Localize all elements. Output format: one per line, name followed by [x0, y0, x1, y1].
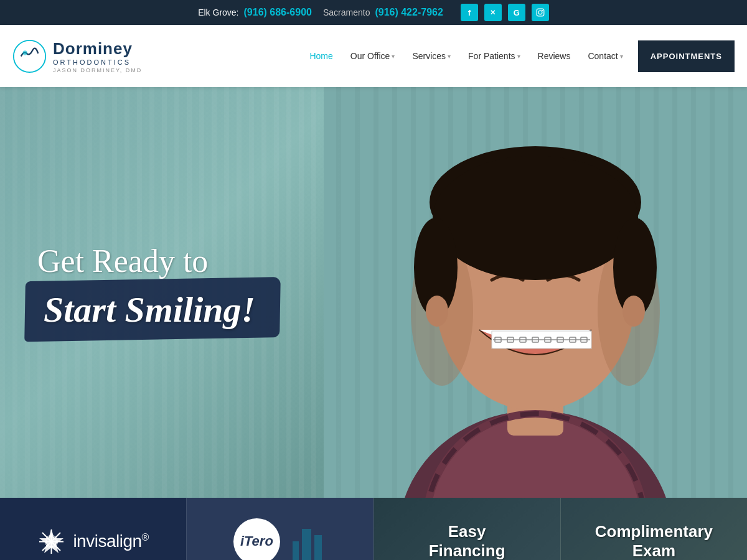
svg-point-46 — [433, 156, 638, 280]
bottom-cards: invisalign® iTero EasyFinancing Complime… — [0, 498, 747, 560]
nav-reviews[interactable]: Reviews — [530, 46, 578, 66]
logo-text: Dorminey ORTHODONTICS JASON DORMINEY, DM… — [53, 39, 142, 73]
invisalign-star-icon — [37, 528, 65, 556]
svg-rect-62 — [314, 535, 322, 560]
svg-rect-61 — [302, 529, 311, 560]
appointments-button[interactable]: APPOINTMENTS — [638, 40, 735, 72]
svg-point-50 — [622, 296, 645, 327]
itero-content: iTero — [233, 516, 327, 560]
svg-rect-27 — [728, 87, 733, 498]
svg-rect-60 — [293, 541, 299, 560]
logo-icon — [12, 39, 47, 73]
svg-point-2 — [542, 10, 543, 11]
twitter-icon[interactable]: ✕ — [484, 4, 502, 21]
svg-point-49 — [426, 296, 448, 327]
elkgrove-label: Elk Grove: — [198, 7, 238, 17]
sacramento-label: Sacramento — [323, 7, 370, 17]
svg-point-1 — [538, 11, 542, 14]
invisalign-card[interactable]: invisalign® — [0, 498, 186, 560]
svg-rect-8 — [374, 87, 378, 498]
svg-point-4 — [23, 50, 27, 55]
facebook-icon[interactable]: f — [461, 4, 478, 21]
social-icons: f ✕ G — [461, 4, 549, 21]
nav-services[interactable]: Services ▾ — [405, 46, 458, 66]
svg-rect-26 — [710, 87, 715, 498]
svg-rect-24 — [672, 87, 677, 498]
main-nav: Home Our Office ▾ Services ▾ For Patient… — [302, 40, 735, 72]
city-silhouette — [289, 516, 327, 560]
nav-home[interactable]: Home — [302, 46, 340, 66]
elkgrove-phone[interactable]: (916) 686-6900 — [244, 7, 312, 18]
chevron-down-icon: ▾ — [448, 53, 451, 60]
hero-person-image — [324, 87, 747, 498]
chevron-down-icon: ▾ — [392, 53, 395, 60]
hero-line2-container: Start Smiling! — [37, 286, 261, 334]
logo-name: JASON DORMINEY, DMD — [53, 67, 142, 73]
itero-logo: iTero — [233, 518, 280, 561]
hero-line2: Start Smiling! — [37, 286, 261, 334]
google-icon[interactable]: G — [508, 4, 525, 21]
instagram-icon[interactable] — [532, 4, 549, 21]
svg-rect-25 — [691, 87, 696, 498]
exam-card[interactable]: ComplimentaryExam — [560, 498, 747, 560]
svg-rect-9 — [392, 87, 397, 498]
invisalign-logo: invisalign® — [37, 528, 148, 556]
nav-contact[interactable]: Contact ▾ — [580, 46, 630, 66]
hero-line1: Get Ready to — [37, 243, 261, 279]
hero-section: Get Ready to Start Smiling! — [0, 87, 747, 498]
nav-our-office[interactable]: Our Office ▾ — [343, 46, 403, 66]
exam-text: ComplimentaryExam — [583, 522, 725, 560]
person-svg — [324, 87, 747, 498]
header: Dorminey ORTHODONTICS JASON DORMINEY, DM… — [0, 25, 747, 87]
sacramento-phone[interactable]: (916) 422-7962 — [375, 7, 443, 18]
itero-card[interactable]: iTero — [186, 498, 373, 560]
logo-sub: ORTHODONTICS — [53, 58, 142, 66]
hero-content: Get Ready to Start Smiling! — [37, 243, 261, 334]
registered-trademark: ® — [142, 532, 149, 543]
logo-main: Dorminey — [53, 39, 142, 58]
svg-rect-0 — [537, 9, 544, 16]
chevron-down-icon: ▾ — [517, 53, 520, 60]
logo[interactable]: Dorminey ORTHODONTICS JASON DORMINEY, DM… — [12, 39, 187, 73]
financing-card[interactable]: EasyFinancing — [374, 498, 560, 560]
svg-point-3 — [14, 40, 45, 72]
top-bar: Elk Grove: (916) 686-6900 Sacramento (91… — [0, 0, 747, 25]
nav-for-patients[interactable]: For Patients ▾ — [461, 46, 527, 66]
chevron-down-icon: ▾ — [620, 53, 623, 60]
financing-text: EasyFinancing — [416, 522, 518, 560]
invisalign-text: invisalign® — [73, 531, 148, 551]
